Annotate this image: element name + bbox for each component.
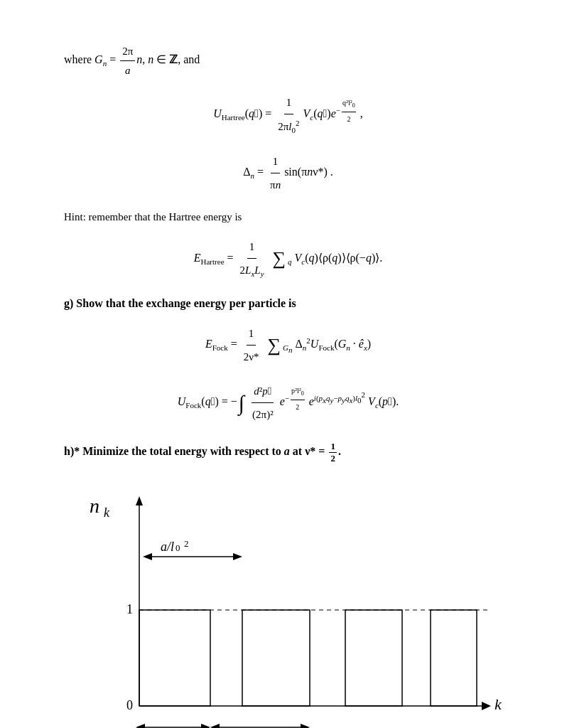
svg-marker-16 (143, 553, 152, 560)
svg-marker-3 (136, 496, 143, 505)
svg-text:0: 0 (175, 542, 180, 553)
svg-text:2: 2 (184, 538, 189, 549)
svg-text:1: 1 (126, 602, 133, 616)
svg-marker-26 (210, 724, 220, 728)
svg-text:k: k (495, 695, 502, 713)
svg-marker-5 (482, 702, 491, 710)
svg-text:0: 0 (126, 698, 133, 712)
section-g-label: g) Show that the exchange energy per par… (64, 297, 512, 310)
svg-text:a/l: a/l (161, 540, 174, 554)
svg-rect-10 (139, 610, 210, 706)
section-h-label: h)* Minimize the total energy with respe… (64, 441, 512, 464)
svg-marker-25 (301, 724, 310, 728)
equation-ehartree: EHartree = 12LxLy ∑q Vc(q)⟨ρ(q)⟩⟨ρ(−q)⟩. (64, 236, 512, 282)
equation-ufock: UFock(q⃗) = −∫ d²p⃗(2π)² e−p²l²02 ei(pxq… (64, 380, 512, 425)
chart-container: n k k 1 0 a/l 2 0 (68, 486, 509, 728)
intro-text: where Gn = 2πan, n ∈ ℤ, and (64, 43, 512, 79)
svg-marker-22 (136, 724, 145, 728)
hint-text: Hint: remember that the Hartree energy i… (64, 211, 512, 223)
svg-text:n: n (90, 495, 99, 517)
svg-text:k: k (104, 505, 110, 520)
equation-efock: EFock = 12ν* ∑Gn Δn2UFock(Gn · êx) (64, 323, 512, 368)
svg-marker-21 (201, 724, 210, 728)
svg-marker-15 (233, 553, 242, 560)
equation-uhartree: UHartree(q⃗) = 12πl02Vc(q⃗)e−q²l²02 , (64, 92, 512, 138)
svg-rect-11 (242, 610, 310, 706)
svg-rect-12 (345, 610, 402, 706)
equation-delta: Δn = 1πnsin(πnν*) . (64, 151, 512, 196)
svg-rect-13 (431, 610, 477, 706)
